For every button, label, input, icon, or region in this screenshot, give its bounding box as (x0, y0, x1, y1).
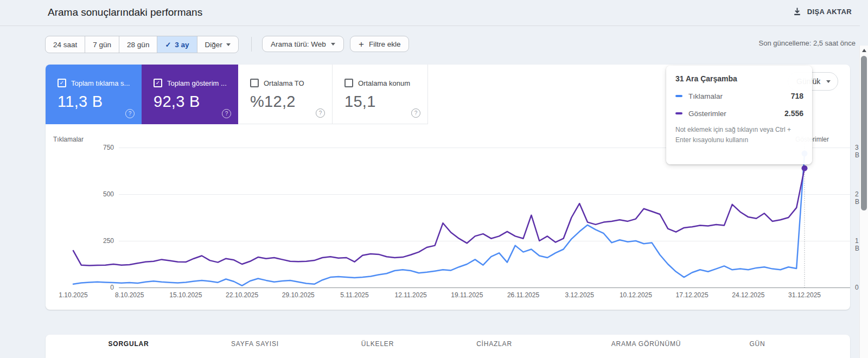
metric-tile-ortalama-konum[interactable]: Ortalama konum15,1? (333, 65, 428, 124)
metric-tile-toplam-t-klama-s[interactable]: ✓Toplam tıklama s...11,3 B? (46, 65, 142, 124)
range-chip-label: 7 gün (93, 41, 111, 49)
header-divider (0, 25, 860, 26)
metric-label: Toplam gösterim ... (167, 79, 227, 87)
tab-ci-hazlar[interactable]: CİHAZLAR (476, 340, 512, 348)
export-button[interactable]: DIŞA AKTAR (793, 7, 852, 16)
metric-checkbox-row: Ortalama TO (250, 79, 304, 87)
metric-tile-toplam-g-sterim[interactable]: ✓Toplam gösterim ...92,3 B? (142, 65, 238, 124)
legend-dash-icon (675, 112, 682, 114)
metric-checkbox-row: ✓Toplam gösterim ... (154, 79, 227, 87)
metric-checkbox-row: Ortalama konum (344, 79, 410, 87)
tab-arama-g-r-n-m[interactable]: ARAMA GÖRÜNÜMÜ (611, 340, 681, 348)
add-filter-label: Filtre ekle (369, 40, 401, 48)
t-klamalar-line (73, 154, 805, 286)
tab-lkeler[interactable]: ÜLKELER (361, 340, 394, 348)
scrollbar[interactable] (859, 46, 868, 358)
metric-tile-ortalama-to[interactable]: Ortalama TO%12,2? (238, 65, 333, 124)
help-icon[interactable]: ? (222, 109, 231, 118)
tooltip-row-label: Tıklamalar (688, 92, 723, 100)
search-type-label: Arama türü: Web (271, 40, 326, 48)
tooltip-row-value: 2.556 (784, 109, 803, 118)
add-filter-button[interactable]: + Filtre ekle (350, 36, 409, 52)
metric-tiles: ✓Toplam tıklama s...11,3 B?✓Toplam göste… (46, 65, 428, 124)
metric-checkbox[interactable] (250, 79, 259, 87)
metric-value: 15,1 (344, 93, 376, 111)
tooltip-row-t-klamalar: Tıklamalar718 (675, 92, 803, 100)
tooltip-row-g-sterimler: Gösterimler2.556 (675, 109, 803, 118)
range-chip-label: 28 gün (127, 41, 149, 49)
filterbar-separator (251, 37, 252, 52)
download-icon (793, 7, 802, 16)
export-label: DIŞA AKTAR (807, 8, 852, 16)
metric-value: 92,3 B (154, 93, 200, 111)
metric-checkbox[interactable]: ✓ (154, 79, 162, 87)
tab-sorgular[interactable]: SORGULAR (108, 340, 149, 348)
dimension-tabs-card: SORGULARSAYFA SAYISIÜLKELERCİHAZLARARAMA… (46, 335, 850, 358)
y-tick-label-right: 3 B (855, 144, 859, 159)
check-icon: ✓ (165, 41, 171, 49)
metric-label: Ortalama konum (358, 79, 410, 87)
legend-dash-icon (675, 95, 682, 97)
tab-sayfa-sayisi[interactable]: SAYFA SAYISI (231, 340, 279, 348)
page-title: Arama sonuçlarındaki performans (48, 7, 202, 18)
range-chip-28-g-n[interactable]: 28 gün (119, 36, 157, 53)
range-chip-3-ay[interactable]: ✓3 ay (157, 36, 196, 53)
g-sterimler-line (73, 168, 805, 265)
metric-checkbox-row: ✓Toplam tıklama s... (58, 79, 130, 87)
help-icon[interactable]: ? (316, 108, 325, 118)
range-chip-7-g-n[interactable]: 7 gün (85, 36, 119, 53)
tab-g-n[interactable]: GÜN (749, 340, 765, 348)
plus-icon: + (359, 40, 364, 49)
range-chip-label: 24 saat (53, 41, 77, 49)
metric-value: %12,2 (250, 93, 296, 111)
metric-label: Ortalama TO (264, 79, 304, 87)
range-chip-label: Diğer (205, 41, 222, 49)
chevron-down-icon (226, 43, 231, 46)
chart-tooltip: 31 Ara Çarşamba Tıklamalar718Gösterimler… (666, 66, 812, 164)
metric-checkbox[interactable] (344, 79, 353, 87)
metric-checkbox[interactable]: ✓ (58, 79, 66, 87)
search-type-dropdown[interactable]: Arama türü: Web (262, 36, 344, 52)
scroll-up-arrow-icon[interactable] (862, 49, 866, 52)
metric-label: Toplam tıklama s... (71, 79, 130, 87)
range-chip-24-saat[interactable]: 24 saat (46, 36, 85, 53)
y-tick-label-right: 1 B (855, 237, 859, 252)
chevron-down-icon (331, 43, 335, 46)
metric-value: 11,3 B (58, 93, 103, 111)
last-update-text: Son güncelleme: 2,5 saat önce (758, 39, 856, 47)
range-chip-label: 3 ay (175, 41, 189, 49)
help-icon[interactable]: ? (125, 109, 135, 118)
impressions-point (802, 165, 808, 171)
y-tick-label-right: 2 B (855, 190, 859, 206)
tooltip-note: Not eklemek için sağ tıklayın veya Ctrl … (675, 125, 806, 145)
tooltip-row-label: Gösterimler (688, 110, 726, 118)
y-tick-label-right: 0 (855, 284, 859, 291)
tooltip-row-value: 718 (791, 92, 803, 100)
scrollbar-thumb[interactable] (861, 56, 867, 210)
range-chip-di-er[interactable]: Diğer (197, 36, 238, 53)
help-icon[interactable]: ? (411, 108, 420, 118)
tooltip-date: 31 Ara Çarşamba (675, 74, 803, 83)
chevron-down-icon (826, 80, 831, 83)
date-range-chip-group: 24 saat7 gün28 gün✓3 ayDiğer (45, 36, 239, 53)
